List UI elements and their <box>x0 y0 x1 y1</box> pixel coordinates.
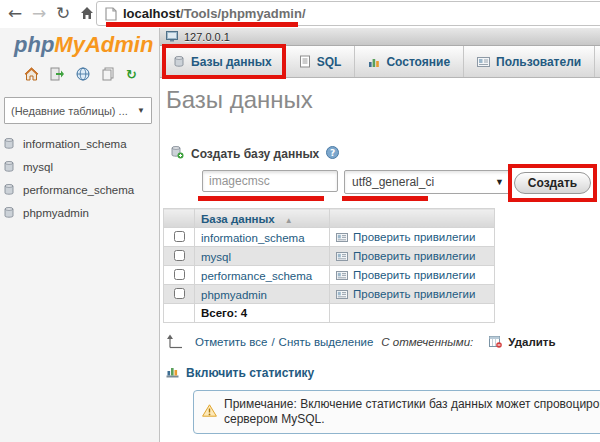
check-all-link[interactable]: Отметить все <box>195 336 267 348</box>
annotation-underline-db-input <box>198 196 324 201</box>
sidebar-item-performance-schema[interactable]: performance_schema <box>0 178 159 201</box>
back-icon[interactable]: ← <box>4 1 26 25</box>
check-privileges-link[interactable]: Проверить привилегии <box>353 269 475 281</box>
reload-nav-icon[interactable]: ↻ <box>126 68 137 81</box>
tab-bar: Базы данных SQL Состояние Пользователи Э… <box>160 46 600 78</box>
chart-icon <box>368 56 380 68</box>
create-database-section: Создать базу данных ? <box>170 145 339 163</box>
docs-icon[interactable] <box>101 67 115 81</box>
create-database-label: Создать базу данных <box>191 147 319 161</box>
sidebar-db-name: phpmyadmin <box>23 207 89 219</box>
row-checkbox[interactable] <box>174 288 185 299</box>
browser-toolbar: ← → ↻ localhost/Tools/phpmyadmin/ <box>0 0 600 28</box>
url-host: localhost <box>123 6 180 21</box>
databases-table: База данных▲ information_schema Проверит… <box>163 208 495 323</box>
row-checkbox[interactable] <box>174 269 185 280</box>
database-icon <box>3 183 15 196</box>
sidebar-icon-row: ↻ <box>24 66 159 82</box>
tab-status[interactable]: Состояние <box>355 46 464 77</box>
enable-statistics-label: Включить статистику <box>186 366 314 380</box>
globe-icon[interactable] <box>76 67 90 81</box>
total-label: Всего: 4 <box>195 304 330 323</box>
sidebar-item-phpmyadmin[interactable]: phpmyadmin <box>0 201 159 224</box>
database-icon <box>173 55 185 68</box>
with-selected-label: С отмеченными: <box>381 336 473 348</box>
svg-text:?: ? <box>330 148 335 158</box>
tab-users[interactable]: Пользователи <box>464 46 595 77</box>
statistics-icon <box>166 364 179 382</box>
database-name-input[interactable] <box>202 170 338 192</box>
delete-button[interactable]: Удалить <box>508 336 555 348</box>
tab-sql[interactable]: SQL <box>286 46 356 77</box>
table-row: performance_schema Проверить привилегии <box>164 266 495 285</box>
privileges-icon <box>336 266 348 284</box>
tab-label: SQL <box>317 55 342 69</box>
database-link[interactable]: mysql <box>201 251 231 263</box>
sidebar-db-name: performance_schema <box>23 184 134 196</box>
nav-home-icon[interactable] <box>24 67 39 81</box>
enable-statistics-link[interactable]: Включить статистику <box>166 364 314 382</box>
mark-all-arrow-icon <box>166 334 183 349</box>
tab-label: Базы данных <box>191 55 272 69</box>
collation-select[interactable]: utf8_general_ci ▼ <box>344 170 512 194</box>
notice-box: Примечание: Включение статистики баз дан… <box>193 390 600 434</box>
check-privileges-link[interactable]: Проверить привилегии <box>353 288 475 300</box>
sidebar-database-list: information_schema mysql performance_sch… <box>0 132 159 224</box>
create-button[interactable]: Создать <box>514 172 591 194</box>
url-text: localhost/Tools/phpmyadmin/ <box>123 6 306 21</box>
chevron-down-icon: ▼ <box>495 177 504 187</box>
database-icon <box>3 206 15 219</box>
create-database-form: utf8_general_ci ▼ Создать <box>160 170 600 196</box>
link-separator: / <box>271 336 274 348</box>
notice-line-1: Примечание: Включение статистики баз дан… <box>224 397 600 412</box>
notice-line-2: сервером MySQL. <box>224 412 325 426</box>
url-path: /Tools/phpmyadmin/ <box>180 6 305 21</box>
users-icon <box>477 57 490 67</box>
annotation-box-create-button: Создать <box>508 164 597 202</box>
uncheck-all-link[interactable]: Снять выделение <box>279 336 374 348</box>
delete-icon <box>489 335 502 348</box>
tab-databases[interactable]: Базы данных <box>160 46 286 77</box>
sidebar-db-name: mysql <box>23 161 53 173</box>
sidebar-db-name: information_schema <box>23 138 127 150</box>
recent-tables-value: (Недавние таблицы) ... <box>11 105 137 117</box>
table-row: information_schema Проверить привилегии <box>164 228 495 247</box>
sort-asc-icon: ▲ <box>285 216 293 225</box>
sidebar: phpMyAdmin ↻ (Недавние таблицы) ... ▼ <box>0 28 160 442</box>
table-row: phpmyadmin Проверить привилегии <box>164 285 495 304</box>
privileges-icon <box>336 247 348 265</box>
database-icon <box>3 160 15 173</box>
database-link[interactable]: performance_schema <box>201 270 312 282</box>
logout-icon[interactable] <box>50 67 65 81</box>
check-privileges-link[interactable]: Проверить привилегии <box>353 231 475 243</box>
help-icon[interactable]: ? <box>326 145 339 163</box>
sidebar-item-information-schema[interactable]: information_schema <box>0 132 159 155</box>
main-panel: 127.0.0.1 Базы данных SQL Состояние Поль… <box>160 28 600 442</box>
notice-text: Примечание: Включение статистики баз дан… <box>224 397 600 427</box>
home-icon[interactable] <box>76 3 98 27</box>
header-database-column[interactable]: База данных▲ <box>195 209 330 228</box>
page-icon <box>105 7 117 21</box>
selection-toolbar: Отметить все / Снять выделение С отмечен… <box>166 334 555 349</box>
table-header-row: База данных▲ <box>164 209 495 228</box>
row-checkbox[interactable] <box>174 231 185 242</box>
tab-export[interactable]: Экспорт <box>595 46 600 77</box>
header-label: База данных <box>201 213 275 225</box>
check-privileges-link[interactable]: Проверить привилегии <box>353 250 475 262</box>
sidebar-item-mysql[interactable]: mysql <box>0 155 159 178</box>
privileges-icon <box>336 228 348 246</box>
database-link[interactable]: phpmyadmin <box>201 289 267 301</box>
row-checkbox[interactable] <box>174 250 185 261</box>
table-row: mysql Проверить привилегии <box>164 247 495 266</box>
chevron-down-icon: ▼ <box>137 106 145 115</box>
refresh-icon[interactable]: ↻ <box>52 1 74 25</box>
server-info-bar: 127.0.0.1 <box>160 28 600 46</box>
database-icon <box>3 137 15 150</box>
create-database-icon <box>170 145 184 163</box>
database-link[interactable]: information_schema <box>201 232 305 244</box>
annotation-url-underline <box>106 22 298 27</box>
header-action-column <box>330 209 495 228</box>
sql-icon <box>299 55 311 68</box>
recent-tables-dropdown[interactable]: (Недавние таблицы) ... ▼ <box>4 97 152 124</box>
forward-icon[interactable]: → <box>28 1 50 25</box>
